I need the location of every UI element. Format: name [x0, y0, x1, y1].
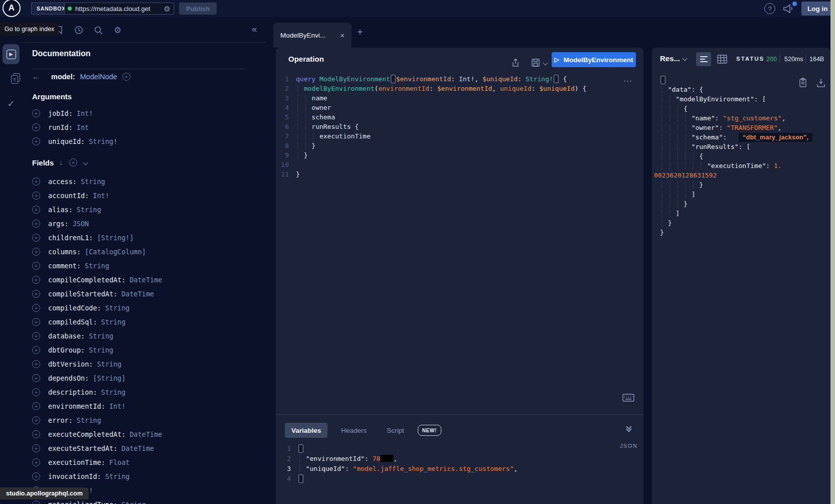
add-field-to-query-icon[interactable]: + — [32, 123, 40, 131]
code-line[interactable]: 6│ │ runResults { — [279, 122, 586, 131]
field-type[interactable]: String — [121, 500, 146, 504]
doc-field-row[interactable]: +executeStartedAt:DateTime — [32, 441, 253, 455]
explorer-nav-icon[interactable]: ▶ — [3, 44, 20, 64]
response-menu-chevron-icon[interactable] — [683, 56, 688, 61]
code-line[interactable]: 3│ "uniqueId": "model.jaffle_shop_metric… — [281, 464, 518, 474]
code-line[interactable]: 7│ │ │ executionTime — [279, 131, 586, 141]
code-line[interactable]: 11} — [279, 170, 586, 179]
keyboard-shortcuts-icon[interactable] — [622, 394, 634, 402]
code-line[interactable]: 3│ │ name — [279, 93, 586, 103]
save-menu-chevron-icon[interactable] — [543, 61, 548, 66]
field-type[interactable]: String — [89, 346, 113, 354]
checks-nav-icon[interactable]: ✓ — [0, 98, 22, 109]
doc-field-row[interactable]: +description:String — [32, 385, 253, 399]
add-field-to-query-icon[interactable]: + — [32, 360, 40, 368]
add-field-to-query-icon[interactable]: + — [32, 500, 40, 504]
field-type[interactable]: Float — [109, 458, 130, 466]
field-type[interactable]: String — [81, 178, 105, 186]
breadcrumb-type-link[interactable]: ModelNode — [80, 73, 117, 81]
doc-field-row[interactable]: +comment:String — [32, 259, 253, 273]
field-type[interactable]: String — [105, 304, 130, 312]
add-field-to-query-icon[interactable]: + — [32, 276, 40, 284]
doc-field-row[interactable]: +compileCompletedAt:DateTime — [32, 273, 253, 287]
doc-field-row[interactable]: +environmentId:Int! — [32, 399, 253, 413]
doc-field-row[interactable]: +alias:String — [32, 203, 253, 217]
doc-field-row[interactable]: +compiledSql:String — [32, 315, 253, 329]
login-button[interactable]: Log in — [801, 2, 834, 16]
chevron-down-icon[interactable] — [83, 160, 88, 165]
add-field-to-query-icon[interactable]: + — [32, 458, 40, 466]
add-field-to-query-icon[interactable]: + — [32, 137, 40, 145]
operation-tab[interactable]: ModelByEnvi... × — [273, 23, 352, 48]
operation-editor[interactable]: 1query ModelByEnvironment($environmentId… — [279, 74, 586, 179]
add-field-to-query-icon[interactable]: + — [32, 262, 40, 270]
doc-field-row[interactable]: +invocationId:String — [32, 469, 253, 483]
field-type[interactable]: Int — [77, 123, 89, 131]
doc-field-row[interactable]: +columns:[CatalogColumn] — [32, 245, 253, 259]
settings-gear-icon[interactable]: ⚙ — [114, 25, 124, 35]
add-field-to-query-icon[interactable]: + — [32, 248, 40, 256]
add-field-to-query-icon[interactable]: + — [32, 346, 40, 354]
add-field-to-query-icon[interactable]: + — [32, 234, 40, 242]
table-view-icon[interactable] — [717, 55, 727, 64]
code-line[interactable]: 2│ modelByEnvironment(environmentId: $en… — [279, 84, 586, 93]
field-type[interactable]: String — [101, 318, 126, 326]
field-type[interactable]: Int! — [93, 192, 109, 200]
doc-field-row[interactable]: +compiledCode:String — [32, 301, 253, 315]
code-line[interactable]: 4│ │ owner — [279, 103, 586, 112]
doc-field-row[interactable]: +jobId:Int! — [32, 106, 253, 120]
add-field-to-query-icon[interactable]: + — [32, 206, 40, 214]
field-type[interactable]: String — [105, 472, 130, 480]
field-type[interactable]: DateTime — [121, 290, 154, 298]
doc-field-row[interactable]: +uniqueId:String! — [32, 134, 253, 148]
publish-button[interactable]: Publish — [179, 3, 217, 15]
endpoint-url-input[interactable]: https://metadata.cloud.get ⚙ — [64, 3, 174, 15]
add-type-icon[interactable]: + — [122, 73, 130, 81]
share-operation-icon[interactable] — [511, 58, 521, 68]
tab-script[interactable]: Script — [380, 423, 411, 438]
field-type[interactable]: DateTime — [129, 430, 162, 438]
doc-field-row[interactable]: +args:JSON — [32, 217, 253, 231]
doc-field-row[interactable]: +database:String — [32, 329, 253, 343]
add-field-to-query-icon[interactable]: + — [32, 178, 40, 186]
field-type[interactable]: String — [77, 416, 101, 424]
field-type[interactable]: [CatalogColumn] — [85, 248, 146, 256]
tab-variables[interactable]: Variables — [285, 423, 327, 438]
field-type[interactable]: DateTime — [129, 276, 162, 284]
doc-field-row[interactable]: +executionTime:Float — [32, 455, 253, 469]
code-line[interactable]: 8│ │ } — [279, 141, 586, 150]
field-type[interactable]: JSON — [73, 220, 89, 228]
field-type[interactable]: [String!] — [97, 234, 133, 242]
field-type[interactable]: String — [89, 332, 113, 340]
run-operation-button[interactable]: ▷ ModelByEnvironment — [552, 52, 636, 67]
add-all-fields-icon[interactable]: + — [69, 158, 77, 166]
add-field-to-query-icon[interactable]: + — [32, 416, 40, 424]
code-line[interactable]: 1{ — [281, 444, 518, 454]
code-line[interactable]: 5│ │ schema — [279, 112, 586, 122]
code-line[interactable]: 9│ } — [279, 150, 586, 160]
doc-field-row[interactable]: +executeCompletedAt:DateTime — [32, 427, 253, 441]
help-icon[interactable]: ? — [764, 3, 775, 14]
variables-editor[interactable]: 1{2│ "environmentId": 78,3│ "uniqueId": … — [281, 444, 518, 484]
add-field-to-query-icon[interactable]: + — [32, 109, 40, 117]
add-field-to-query-icon[interactable]: + — [32, 318, 40, 326]
close-tab-icon[interactable]: × — [340, 31, 345, 40]
history-icon[interactable] — [74, 25, 84, 35]
field-type[interactable]: Int! — [109, 402, 126, 410]
doc-field-row[interactable]: +dependsOn:[String] — [32, 371, 253, 385]
doc-field-row[interactable]: +compileStartedAt:DateTime — [32, 287, 253, 301]
doc-field-row[interactable]: +runId:Int — [32, 120, 253, 134]
add-field-to-query-icon[interactable]: + — [32, 430, 40, 438]
doc-field-row[interactable]: +accountId:Int! — [32, 189, 253, 203]
editor-menu-icon[interactable]: ⋯ — [623, 76, 632, 86]
add-field-to-query-icon[interactable]: + — [32, 290, 40, 298]
doc-field-row[interactable]: +error:String — [32, 413, 253, 427]
field-type[interactable]: String — [97, 360, 121, 368]
add-field-to-query-icon[interactable]: + — [32, 402, 40, 410]
add-field-to-query-icon[interactable]: + — [32, 444, 40, 452]
field-type[interactable]: String — [77, 206, 101, 214]
collapse-sidebar-icon[interactable]: « — [252, 24, 257, 35]
field-type[interactable]: String! — [89, 137, 117, 145]
sort-fields-icon[interactable]: ↓ — [59, 158, 63, 166]
doc-field-row[interactable]: +dbtGroup:String — [32, 343, 253, 357]
